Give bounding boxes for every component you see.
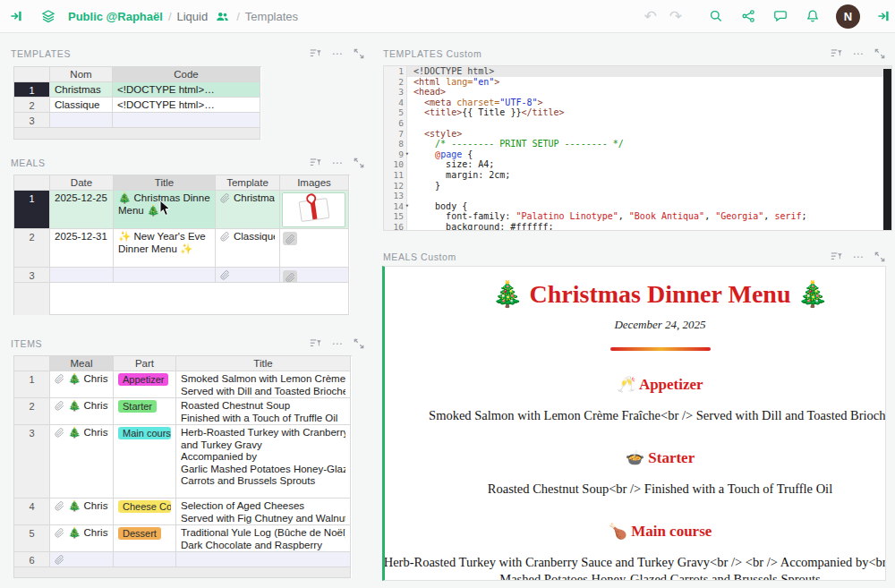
code-line[interactable]: 2<html lang="en"> bbox=[384, 77, 891, 88]
cell-part[interactable]: Starter bbox=[114, 398, 176, 425]
notifications-bell-icon[interactable] bbox=[805, 8, 821, 24]
code-line[interactable]: 1<!DOCTYPE html> bbox=[384, 66, 891, 77]
code-line[interactable]: 14▾ body { bbox=[384, 201, 891, 212]
column-header-images[interactable]: Images bbox=[280, 175, 349, 191]
cell-part[interactable]: Dessert bbox=[114, 525, 176, 552]
add-attachment-button[interactable] bbox=[283, 270, 297, 283]
cell-images[interactable] bbox=[280, 229, 349, 268]
cell-part[interactable]: Appetizer bbox=[114, 371, 176, 398]
filter-icon[interactable] bbox=[310, 337, 321, 349]
cell-meal[interactable]: 🎄 Christ… bbox=[50, 499, 114, 525]
code-line[interactable]: 5 <title>{{ Title }}</title> bbox=[384, 107, 891, 118]
cell-title[interactable] bbox=[114, 268, 216, 283]
code-line[interactable]: 12 } bbox=[384, 181, 891, 192]
column-header-date[interactable]: Date bbox=[50, 175, 114, 191]
search-icon[interactable] bbox=[708, 8, 724, 24]
breadcrumb-workspace[interactable]: Public @Raphaël bbox=[68, 10, 163, 23]
cell-template[interactable]: Classique bbox=[216, 229, 280, 268]
cell-meal[interactable]: 🎄 Christ… bbox=[50, 425, 114, 499]
cell-title[interactable]: Roasted Chestnut SoupFinished with a Tou… bbox=[176, 398, 351, 425]
code-line[interactable]: 16 background: #ffffff; bbox=[384, 222, 891, 231]
collapse-left-panel-icon[interactable] bbox=[8, 8, 24, 24]
cell-template[interactable] bbox=[216, 268, 280, 283]
chat-icon[interactable] bbox=[772, 8, 788, 24]
column-header-title[interactable]: Title bbox=[176, 356, 351, 371]
cell-title[interactable]: Selection of Aged CheesesServed with Fig… bbox=[176, 499, 351, 525]
code-line[interactable]: 8 /* -------- PRINT SETUP -------- */ bbox=[384, 139, 891, 149]
expand-icon[interactable] bbox=[353, 47, 364, 59]
corner-header-cell[interactable] bbox=[14, 175, 50, 191]
code-line[interactable]: 3<head> bbox=[384, 87, 891, 98]
add-attachment-button[interactable] bbox=[283, 232, 297, 245]
cell-date[interactable]: 2025-12-31 bbox=[50, 229, 114, 268]
cell-meal[interactable]: 🎄 Christ… bbox=[50, 398, 114, 425]
cell-part[interactable]: Cheese Co… bbox=[114, 499, 176, 525]
row-number[interactable]: 2 bbox=[14, 229, 50, 268]
code-line[interactable]: 9▾ @page { bbox=[384, 149, 891, 160]
fold-marker-icon[interactable]: ▾ bbox=[405, 149, 409, 160]
expand-icon[interactable] bbox=[874, 251, 885, 262]
code-line[interactable]: 4 <meta charset="UTF-8"> bbox=[384, 98, 891, 108]
options-icon[interactable]: ⋯ bbox=[331, 47, 343, 59]
cell-nom[interactable]: Christmas bbox=[50, 82, 113, 98]
code-editor-scrollbar[interactable] bbox=[883, 69, 891, 230]
row-number[interactable]: 3 bbox=[14, 425, 50, 499]
menu-preview-widget[interactable]: 🎄 Christmas Dinner Menu 🎄 December 24, 2… bbox=[382, 266, 886, 581]
row-number[interactable]: 3 bbox=[14, 113, 50, 128]
row-number[interactable]: 2 bbox=[14, 398, 50, 425]
filter-icon[interactable] bbox=[310, 157, 321, 168]
cell-meal[interactable]: 🎄 Christ… bbox=[50, 371, 114, 398]
cell-meal[interactable] bbox=[50, 552, 114, 567]
code-editor[interactable]: 1<!DOCTYPE html>2<html lang="en">3<head>… bbox=[383, 65, 892, 231]
corner-header-cell[interactable] bbox=[14, 356, 50, 371]
cell-meal[interactable]: 🎄 Christ… bbox=[50, 525, 114, 552]
expand-icon[interactable] bbox=[353, 157, 364, 168]
cell-title[interactable]: ✨ New Year's EveDinner Menu ✨ bbox=[114, 229, 216, 268]
templates-table[interactable]: NomCode1Christmas<!DOCTYPE html>…2Classi… bbox=[13, 66, 261, 140]
cell-images[interactable] bbox=[280, 191, 349, 229]
meals-table[interactable]: DateTitleTemplateImages12025-12-25🎄 Chri… bbox=[13, 175, 350, 315]
cell-title[interactable]: Herb-Roasted Turkey with Cranberry Sauce… bbox=[176, 425, 351, 499]
cell-part[interactable] bbox=[114, 552, 176, 567]
row-number[interactable]: 1 bbox=[14, 82, 50, 98]
cell-nom[interactable]: Classique bbox=[50, 98, 113, 113]
column-header-title[interactable]: Title bbox=[114, 175, 216, 191]
row-number[interactable]: 3 bbox=[14, 268, 50, 283]
cell-images[interactable] bbox=[280, 268, 349, 283]
cell-title[interactable]: Traditional Yule Log (Bûche de Noël)Dark… bbox=[176, 525, 351, 552]
code-line[interactable]: 10 size: A4; bbox=[384, 159, 891, 170]
cell-title[interactable]: Smoked Salmon with Lemon Crème FraîcheSe… bbox=[176, 371, 351, 398]
items-table[interactable]: MealPartTitle1🎄 Christ…AppetizerSmoked S… bbox=[13, 355, 352, 578]
row-number[interactable]: 4 bbox=[14, 499, 50, 525]
undo-icon[interactable]: ↶ bbox=[644, 9, 657, 24]
avatar[interactable]: N bbox=[836, 4, 860, 29]
column-header-meal[interactable]: Meal bbox=[50, 356, 114, 371]
filter-icon[interactable] bbox=[831, 251, 842, 262]
image-attachment-thumbnail[interactable] bbox=[282, 192, 345, 227]
redo-icon[interactable]: ↷ bbox=[669, 9, 682, 24]
pages-layers-icon[interactable] bbox=[40, 8, 56, 24]
cell-code[interactable] bbox=[113, 113, 260, 128]
column-header-nom[interactable]: Nom bbox=[50, 67, 113, 82]
options-icon[interactable]: ⋯ bbox=[331, 337, 343, 349]
code-line[interactable]: 13 bbox=[384, 191, 891, 201]
cell-template[interactable]: Christmas bbox=[216, 191, 280, 229]
options-icon[interactable]: ⋯ bbox=[852, 47, 864, 59]
code-line[interactable]: 6 bbox=[384, 118, 891, 129]
row-number[interactable]: 6 bbox=[14, 552, 50, 567]
cell-title[interactable] bbox=[176, 552, 351, 567]
options-icon[interactable]: ⋯ bbox=[852, 251, 864, 262]
code-line[interactable]: 15 font-family: "Palatino Linotype", "Bo… bbox=[384, 211, 891, 222]
share-users-icon[interactable] bbox=[214, 8, 230, 24]
collapse-right-panel-icon[interactable] bbox=[875, 8, 891, 24]
column-header-template[interactable]: Template bbox=[216, 175, 280, 191]
expand-icon[interactable] bbox=[353, 337, 364, 349]
breadcrumb-document[interactable]: Liquid bbox=[177, 10, 209, 23]
row-number[interactable]: 1 bbox=[14, 191, 50, 229]
filter-icon[interactable] bbox=[831, 47, 842, 59]
fold-marker-icon[interactable]: ▾ bbox=[405, 201, 409, 212]
filter-icon[interactable] bbox=[310, 47, 321, 59]
cell-date[interactable]: 2025-12-25 bbox=[50, 191, 114, 229]
cell-code[interactable]: <!DOCTYPE html>… bbox=[113, 82, 260, 98]
corner-header-cell[interactable] bbox=[14, 67, 50, 82]
